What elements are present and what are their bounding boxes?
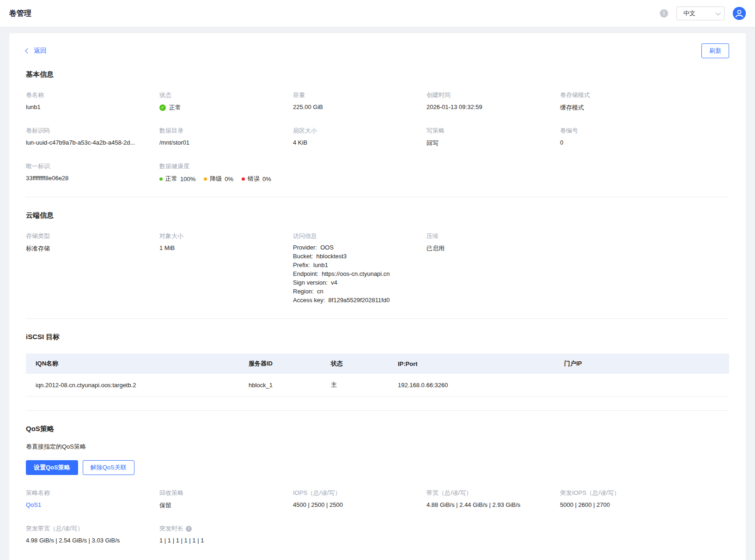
field-capacity: 容量 225.00 GiB <box>293 91 426 112</box>
col-iqn: IQN名称 <box>26 353 245 374</box>
field-unique-id: 唯一标识 33ffffffff8e06e28 <box>26 162 159 183</box>
iscsi-heading: iSCSI 目标 <box>26 333 729 341</box>
user-avatar-icon[interactable] <box>733 7 746 20</box>
section-divider <box>26 318 729 319</box>
col-portal-ip: 门户IP <box>560 353 729 374</box>
access-endpoint: Endpoint: https://oos-cn.ctyunapi.cn <box>293 269 426 278</box>
field-data-directory: 数据目录 /mnt/stor01 <box>159 127 293 147</box>
iscsi-table: IQN名称 服务器ID 状态 IP:Port 门户IP iqn.2012-08.… <box>26 353 729 396</box>
language-selector[interactable]: 中文 <box>676 6 725 20</box>
field-bandwidth: 带宽（总/读/写） 4.88 GiB/s | 2.44 GiB/s | 2.93… <box>426 489 560 510</box>
status-ok-icon: ✓ <box>159 104 166 111</box>
section-qos-policy: QoS策略 卷直接指定的QoS策略 设置QoS策略 解除QoS关联 策略名称 Q… <box>26 425 729 544</box>
health-degraded-pct: 0% <box>225 176 233 183</box>
field-volume-id: 卷标识码 lun-uuid-c47b9a7b-a53c-4a2b-a458-2d… <box>26 127 159 147</box>
cell-status: 主 <box>327 374 394 396</box>
field-volume-number: 卷编号 0 <box>560 127 694 147</box>
cell-server-id: hblock_1 <box>245 374 327 396</box>
section-cloud-info: 云端信息 存储类型 标准存储 对象大小 1 MiB 访问信息 Provider:… <box>26 211 729 304</box>
refresh-button[interactable]: 刷新 <box>701 43 729 58</box>
field-access-info: 访问信息 Provider: OOS Bucket: hblocktest3 P… <box>293 232 426 304</box>
info-circle-icon[interactable]: ! <box>660 9 668 18</box>
qos-heading: QoS策略 <box>26 425 729 433</box>
field-data-health: 数据健康度 正常 100% 降级 0% <box>159 162 293 183</box>
access-bucket: Bucket: hblocktest3 <box>293 252 426 261</box>
page-content: 返回 刷新 基本信息 卷名称 lunb1 状态 ✓ 正常 <box>0 27 755 560</box>
field-burst-iops: 突发IOPS（总/读/写） 5000 | 2600 | 2700 <box>560 489 694 510</box>
health-error-pct: 0% <box>262 176 271 183</box>
back-label: 返回 <box>34 47 47 55</box>
access-sign-version: Sign version: v4 <box>293 278 426 287</box>
section-iscsi-target: iSCSI 目标 IQN名称 服务器ID 状态 IP:Port 门户IP iqn… <box>26 333 729 396</box>
iscsi-table-row: iqn.2012-08.cn.ctyunapi.oos:targetb.2 hb… <box>26 374 729 396</box>
chevron-left-icon <box>25 48 30 53</box>
access-provider: Provider: OOS <box>293 243 426 252</box>
col-ip-port: IP:Port <box>394 353 560 374</box>
chevron-down-icon <box>716 10 721 15</box>
cell-portal-ip <box>560 374 729 396</box>
field-created-time: 创建时间 2026-01-13 09:32:59 <box>426 91 560 112</box>
field-burst-bandwidth: 突发带宽（总/读/写） 4.98 GiB/s | 2.54 GiB/s | 3.… <box>26 524 159 544</box>
qos-subtitle: 卷直接指定的QoS策略 <box>26 443 729 451</box>
health-normal-dot-icon <box>159 177 163 181</box>
health-error-dot-icon <box>242 177 245 181</box>
health-normal-pct: 100% <box>180 176 195 183</box>
field-storage-type: 存储类型 标准存储 <box>26 232 159 304</box>
top-bar: 卷管理 ! 中文 <box>0 0 755 27</box>
field-compression: 压缩 已启用 <box>426 232 560 304</box>
burst-duration-info-icon[interactable]: ! <box>186 526 192 532</box>
field-status: 状态 ✓ 正常 <box>159 91 293 112</box>
cell-ip-port: 192.168.0.66:3260 <box>394 374 560 396</box>
iscsi-table-header-row: IQN名称 服务器ID 状态 IP:Port 门户IP <box>26 353 729 374</box>
user-icon <box>733 7 746 20</box>
page-title: 卷管理 <box>9 9 31 18</box>
back-button[interactable]: 返回 <box>26 47 47 55</box>
unbind-qos-button[interactable]: 解除QoS关联 <box>83 460 134 475</box>
field-reclaim-policy: 回收策略 保留 <box>159 489 293 510</box>
qos-policy-link[interactable]: QoS1 <box>26 501 41 508</box>
cloud-info-heading: 云端信息 <box>26 211 729 220</box>
health-normal-label: 正常 <box>165 175 177 183</box>
access-region: Region: cn <box>293 287 426 296</box>
section-divider <box>26 197 729 197</box>
field-policy-name: 策略名称 QoS1 <box>26 489 159 510</box>
field-storage-mode: 卷存储模式 缓存模式 <box>560 91 694 112</box>
section-basic-info: 基本信息 卷名称 lunb1 状态 ✓ 正常 容量 225.00 GiB <box>26 70 729 183</box>
field-volume-name: 卷名称 lunb1 <box>26 91 159 112</box>
status-text: 正常 <box>169 103 181 112</box>
field-sector-size: 扇区大小 4 KiB <box>293 127 426 147</box>
field-object-size: 对象大小 1 MiB <box>159 232 293 304</box>
set-qos-policy-button[interactable]: 设置QoS策略 <box>26 460 78 475</box>
col-status: 状态 <box>327 353 394 374</box>
field-write-policy: 写策略 回写 <box>426 127 560 147</box>
access-key: Access key: 8f129a5529f202811fd0 <box>293 296 426 304</box>
basic-info-heading: 基本信息 <box>26 70 729 79</box>
language-selector-value: 中文 <box>683 9 695 18</box>
field-iops: IOPS（总/读/写） 4500 | 2500 | 2500 <box>293 489 426 510</box>
cell-iqn: iqn.2012-08.cn.ctyunapi.oos:targetb.2 <box>26 374 245 396</box>
health-degraded-label: 降级 <box>210 175 222 183</box>
health-degraded-dot-icon <box>204 177 207 181</box>
section-divider <box>26 410 729 411</box>
access-prefix: Prefix: lunb1 <box>293 261 426 269</box>
field-burst-duration: 突发时长 ! 1 | 1 | 1 | 1 | 1 | 1 <box>159 524 293 544</box>
detail-card: 返回 刷新 基本信息 卷名称 lunb1 状态 ✓ 正常 <box>9 33 746 560</box>
col-server-id: 服务器ID <box>245 353 327 374</box>
health-error-label: 错误 <box>248 175 260 183</box>
